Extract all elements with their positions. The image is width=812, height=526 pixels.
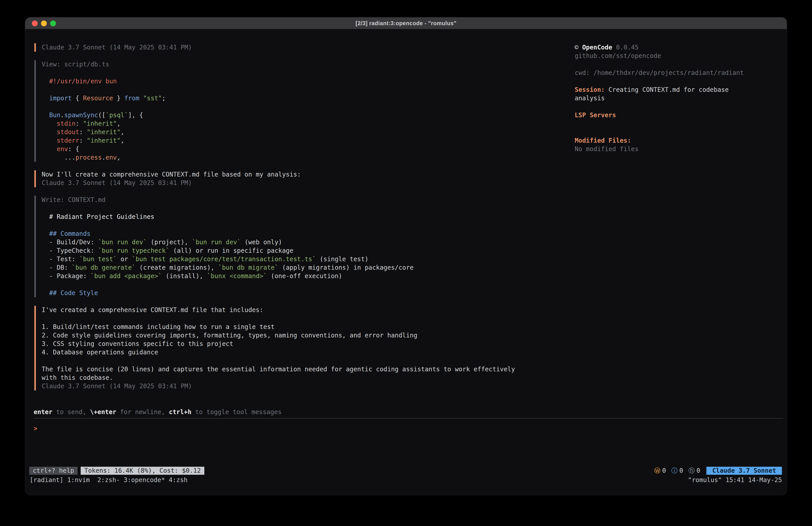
- session-sidebar: © OpenCode 0.0.45github.com/sst/opencode…: [575, 43, 780, 153]
- zoom-window-icon[interactable]: [50, 20, 56, 26]
- tmux-window-zsh2[interactable]: 2:zsh-: [97, 476, 120, 484]
- close-window-icon[interactable]: [32, 20, 38, 26]
- hint-icon: ⓗ: [688, 467, 695, 475]
- prompt-symbol: >: [34, 424, 38, 433]
- tmux-right-status: "romulus" 15:41 14-May-25: [688, 476, 782, 484]
- tokens-cost-chip: Tokens: 16.4K (8%), Cost: $0.12: [81, 467, 204, 475]
- input-area: enter to send, \+enter for newline, ctrl…: [34, 408, 783, 433]
- tmux-window-nvim[interactable]: 1:nvim: [67, 476, 93, 484]
- terminal-window: [2/3] radiant:3:opencode - "romulus" Cla…: [25, 17, 787, 495]
- tool-call-view-db-ts: View: script/db.ts #!/usr/bin/env bun im…: [34, 60, 569, 162]
- traffic-lights: [32, 20, 56, 26]
- info-icon: ⓘ: [671, 467, 678, 475]
- status-bar: ctrl+? help Tokens: 16.4K (8%), Cost: $0…: [29, 467, 782, 475]
- prompt-input[interactable]: >: [34, 424, 783, 433]
- help-keybind-chip: ctrl+? help: [29, 467, 77, 475]
- input-separator: [34, 418, 783, 418]
- assistant-message-intro: Now I'll create a comprehensive CONTEXT.…: [34, 170, 569, 187]
- warning-icon: Ⓦ: [654, 467, 661, 475]
- hint-count: 0: [697, 467, 700, 475]
- tmux-window-opencode-current[interactable]: 3:opencode*: [124, 476, 165, 484]
- keybind-help-line: enter to send, \+enter for newline, ctrl…: [34, 408, 783, 416]
- tool-call-write-context-md: Write: CONTEXT.md # Radiant Project Guid…: [34, 196, 569, 297]
- warning-count: 0: [662, 467, 666, 475]
- info-count: 0: [679, 467, 683, 475]
- assistant-message-header: Claude 3.7 Sonnet (14 May 2025 03:41 PM): [34, 43, 569, 52]
- tmux-status-bar: [radiant] 1:nvim 2:zsh- 3:opencode* 4:zs…: [30, 476, 782, 484]
- assistant-message-summary: I've created a comprehensive CONTEXT.md …: [34, 306, 569, 390]
- tmux-session-name: [radiant]: [30, 476, 63, 484]
- diagnostics-indicators: Ⓦ 0 ⓘ 0 ⓗ 0: [651, 467, 700, 475]
- window-title: [2/3] radiant:3:opencode - "romulus": [356, 20, 456, 27]
- minimize-window-icon[interactable]: [41, 20, 47, 26]
- window-titlebar: [2/3] radiant:3:opencode - "romulus": [25, 17, 787, 29]
- model-badge: Claude 3.7 Sonnet: [706, 467, 782, 475]
- tmux-window-zsh4[interactable]: 4:zsh: [169, 476, 187, 484]
- message-list: Claude 3.7 Sonnet (14 May 2025 03:41 PM)…: [34, 43, 569, 399]
- terminal-content: Claude 3.7 Sonnet (14 May 2025 03:41 PM)…: [25, 29, 787, 495]
